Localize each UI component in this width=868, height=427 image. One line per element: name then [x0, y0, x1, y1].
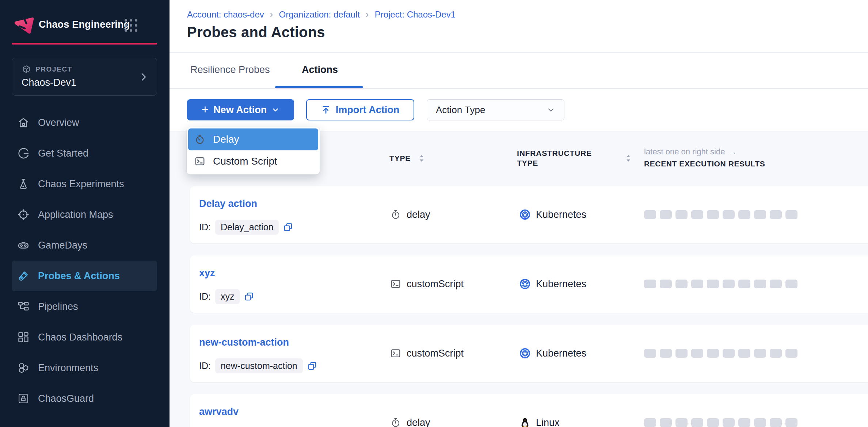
sidebar-item-label: Chaos Dashboards: [38, 332, 122, 343]
kubernetes-icon: [519, 278, 530, 289]
kubernetes-icon: [519, 209, 530, 220]
column-header-recent-execution-results: RECENT EXECUTION RESULTS: [644, 159, 765, 168]
sidebar: Chaos Engineering PROJECT Chaos-Dev1: [0, 0, 170, 427]
action-type-cell: customScript: [390, 347, 464, 360]
breadcrumb-organization[interactable]: Organization: default: [279, 9, 359, 20]
action-id-line: ID: xyz: [199, 289, 254, 304]
action-name-link[interactable]: new-custom-action: [199, 337, 289, 348]
main-content: Account: chaos-dev › Organization: defau…: [170, 0, 868, 427]
recent-execution-results: [644, 210, 797, 219]
action-type-placeholder: Action Type: [436, 104, 485, 116]
breadcrumb-account[interactable]: Account: chaos-dev: [187, 9, 264, 20]
action-type-cell: customScript: [390, 277, 464, 291]
hexagons-icon: [17, 361, 30, 374]
sidebar-item-pipelines[interactable]: Pipelines: [12, 291, 157, 322]
cube-icon: [22, 65, 31, 74]
tabs-divider: [170, 88, 868, 89]
infrastructure-cell: Kubernetes: [519, 277, 586, 291]
terminal-icon: [390, 278, 401, 289]
copy-icon[interactable]: [244, 292, 254, 301]
infrastructure-cell: Kubernetes: [519, 208, 586, 221]
sidebar-item-chaos-experiments[interactable]: Chaos Experiments: [12, 169, 157, 199]
table-row: Delay action ID: Delay_action delay: [190, 186, 868, 243]
chevron-right-icon: [138, 72, 149, 82]
table-row: awrvadv delay Linux: [190, 394, 868, 427]
copy-icon[interactable]: [283, 222, 293, 232]
harness-logo-icon: [13, 14, 34, 35]
action-name-link[interactable]: Delay action: [199, 198, 257, 209]
results-order-hint: latest one on right side →: [644, 147, 736, 157]
breadcrumb-project[interactable]: Project: Chaos-Dev1: [375, 9, 456, 20]
stopwatch-icon: [390, 209, 401, 220]
project-name: Chaos-Dev1: [22, 77, 157, 88]
app-switcher-grid-icon[interactable]: [125, 19, 137, 32]
tab-resilience-probes[interactable]: Resilience Probes: [190, 64, 270, 76]
action-name-link[interactable]: awrvadv: [199, 406, 239, 418]
copy-icon[interactable]: [307, 361, 317, 371]
sort-icon[interactable]: [625, 154, 631, 163]
sidebar-item-label: Overview: [38, 117, 79, 128]
sidebar-item-label: ChaosGuard: [38, 393, 94, 404]
breadcrumb-separator: ›: [270, 9, 273, 20]
progress-circle-icon: [17, 147, 30, 160]
arrow-right-icon: →: [728, 147, 736, 157]
breadcrumb: Account: chaos-dev › Organization: defau…: [187, 9, 456, 20]
action-id-value: new-custom-action: [215, 358, 303, 373]
sidebar-item-label: Get Started: [38, 148, 88, 159]
header-divider: [170, 52, 868, 53]
lock-icon: [17, 392, 30, 405]
upload-icon: [321, 105, 331, 115]
menu-item-custom-script[interactable]: Custom Script: [188, 150, 318, 172]
table-row: xyz ID: xyz customScript: [190, 255, 868, 313]
flask-icon: [17, 177, 30, 191]
tab-actions[interactable]: Actions: [302, 64, 338, 76]
stopwatch-icon: [194, 134, 206, 145]
dashboard-grid-icon: [17, 331, 30, 344]
sidebar-item-label: Pipelines: [38, 301, 78, 312]
infrastructure-cell: Linux: [519, 416, 560, 427]
action-name-link[interactable]: xyz: [199, 268, 215, 279]
new-action-button[interactable]: + New Action: [187, 99, 294, 120]
gamepad-icon: [17, 239, 30, 252]
recent-execution-results: [644, 280, 797, 288]
sidebar-item-label: Chaos Experiments: [38, 178, 124, 190]
column-header-infrastructure-type[interactable]: INFRASTRUCTURE TYPE: [517, 148, 592, 168]
breadcrumb-separator: ›: [366, 9, 369, 20]
linux-icon: [519, 417, 530, 427]
sidebar-item-chaos-dashboards[interactable]: Chaos Dashboards: [12, 322, 157, 353]
new-action-menu: Delay Custom Script: [187, 127, 320, 174]
recent-execution-results: [644, 349, 797, 358]
action-type-cell: delay: [390, 208, 430, 221]
sidebar-item-application-maps[interactable]: Application Maps: [12, 199, 157, 230]
pipeline-nodes-icon: [17, 300, 30, 313]
column-header-type[interactable]: TYPE: [389, 154, 425, 163]
sidebar-item-label: GameDays: [38, 240, 87, 251]
sort-icon[interactable]: [419, 154, 425, 163]
import-action-button[interactable]: Import Action: [306, 99, 414, 120]
sidebar-nav: Overview Get Started Chaos Experiments: [0, 107, 170, 414]
kubernetes-icon: [519, 348, 530, 359]
recent-execution-results: [644, 418, 797, 427]
sidebar-item-overview[interactable]: Overview: [12, 107, 157, 138]
sidebar-item-chaosguard[interactable]: ChaosGuard: [12, 383, 157, 414]
home-icon: [17, 116, 30, 129]
project-selector[interactable]: PROJECT Chaos-Dev1: [12, 58, 157, 96]
action-type-select[interactable]: Action Type: [427, 99, 564, 120]
sidebar-item-environments[interactable]: Environments: [12, 353, 157, 383]
menu-item-delay[interactable]: Delay: [188, 128, 318, 150]
action-type-cell: delay: [390, 416, 430, 427]
app-header: Chaos Engineering: [13, 14, 156, 35]
sidebar-item-probes-actions[interactable]: Probes & Actions: [12, 261, 157, 291]
chevron-down-icon: [271, 106, 279, 114]
plus-icon: +: [202, 103, 209, 116]
app-title: Chaos Engineering: [39, 19, 130, 30]
sidebar-item-gamedays[interactable]: GameDays: [12, 230, 157, 261]
table-row: new-custom-action ID: new-custom-action …: [190, 325, 868, 382]
terminal-icon: [390, 348, 401, 359]
sidebar-item-get-started[interactable]: Get Started: [12, 138, 157, 169]
test-tube-icon: [17, 269, 30, 282]
action-id-line: ID: new-custom-action: [199, 358, 317, 373]
brand-divider: [12, 43, 157, 45]
infrastructure-cell: Kubernetes: [519, 347, 586, 360]
action-id-line: ID: Delay_action: [199, 220, 293, 235]
